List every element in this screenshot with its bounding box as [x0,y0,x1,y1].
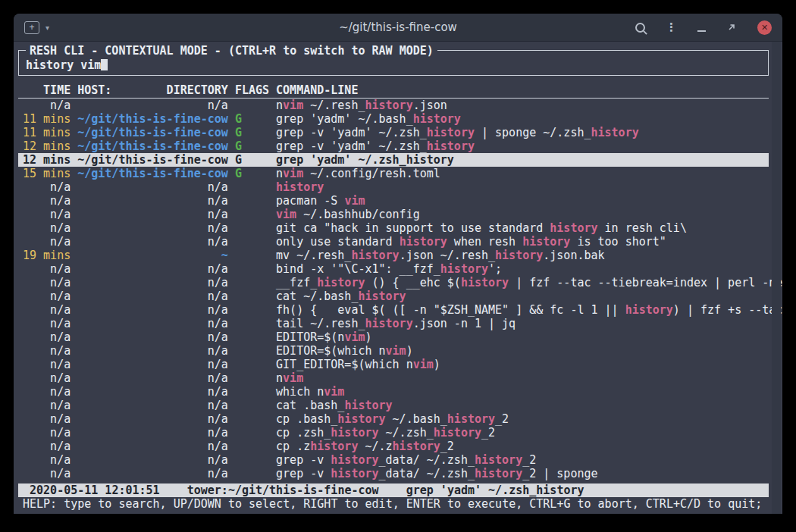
header-flags: FLAGS [235,83,269,97]
command-cell: git ca "hack in support to use standard … [276,221,687,235]
command-cell: __fzf_history () { __ehc $(history | fzf… [276,276,782,289]
history-row[interactable]: n/an/agrep -v history_data/ ~/.zsh_histo… [18,453,769,467]
close-icon[interactable]: ✕ [757,20,772,35]
history-row[interactable]: 15 mins~/git/this-is-fine-cowGnvim ~/.co… [18,167,769,180]
history-row[interactable]: n/an/acp .bash_history ~/.bash_history_2 [18,412,769,426]
history-row[interactable]: n/an/abind -x '"\C-x1": __fzf_history'; [18,262,769,276]
command-cell: grep 'yadm' ~/.bash_history [276,112,461,126]
time-cell: n/a [23,371,71,385]
time-cell: n/a [23,262,71,276]
command-cell: tail ~/.resh_history.json -n 1 | jq [276,317,516,330]
history-row[interactable]: n/an/agit ca "hack in support to use sta… [18,221,769,235]
history-row[interactable]: n/an/ahistory [18,180,769,194]
command-cell: cp .zhistory ~/.zhistory_2 [276,440,454,453]
history-row[interactable]: n/an/anvim ~/.resh_history.json [18,99,769,112]
host-directory-cell: n/a [77,317,228,330]
history-row[interactable]: n/an/atail ~/.resh_history.json -n 1 | j… [18,317,769,330]
history-row[interactable]: n/an/aEDITOR=$(which nvim) [18,344,769,358]
command-cell: nvim [276,371,303,385]
history-row[interactable]: n/an/aEDITOR=$(nvim) [18,330,769,344]
history-row[interactable]: n/an/awhich nvim [18,385,769,399]
history-row[interactable]: n/an/anvim [18,371,769,385]
time-cell: n/a [23,412,71,426]
time-cell: n/a [23,385,71,399]
time-cell: n/a [23,467,71,480]
host-directory-cell: ~/git/this-is-fine-cow [77,153,228,167]
history-row[interactable]: 12 mins~/git/this-is-fine-cowGgrep 'yadm… [18,153,769,167]
search-input[interactable]: history vim [26,58,761,72]
history-row[interactable]: n/an/acat .bash_history [18,399,769,412]
time-cell: n/a [23,358,71,371]
history-row[interactable]: n/an/acat ~/.bash_history [18,289,769,303]
history-row[interactable]: 19 mins~mv ~/.resh_history.json ~/.resh_… [18,249,769,262]
history-row[interactable]: n/an/a__fzf_history () { __ehc $(history… [18,276,769,289]
search-icon[interactable] [635,23,645,33]
status-bar: 2020-05-11 12:01:51tower:~/git/this-is-f… [18,483,769,497]
history-row[interactable]: n/an/apacman -S vim [18,194,769,208]
flags-cell: G [235,139,269,153]
time-cell: n/a [23,330,71,344]
time-cell: n/a [23,180,71,194]
status-datetime: 2020-05-11 12:01:51 [30,483,160,497]
command-cell: grep -v 'yadm' ~/.zsh_history [276,139,475,153]
new-tab-button[interactable]: + [24,21,39,34]
menu-icon[interactable]: ⋮ [666,22,677,33]
time-cell: n/a [23,440,71,453]
command-cell: grep -v 'yadm' ~/.zsh_history | sponge ~… [276,126,639,139]
command-cell: nvim ~/.resh_history.json [276,99,447,112]
history-row[interactable]: n/an/acp .zhistory ~/.zhistory_2 [18,440,769,453]
command-cell: cat .bash_history [276,399,393,412]
text-cursor [101,59,108,70]
time-cell: n/a [23,344,71,358]
host-directory-cell: n/a [77,99,228,112]
history-row[interactable]: n/an/afh() { eval $( ([ -n "$ZSH_NAME" ]… [18,303,769,317]
restore-icon[interactable] [726,22,737,33]
host-directory-cell: n/a [77,289,228,303]
command-cell: GIT_EDITOR=$(which nvim) [276,358,440,371]
host-directory-cell: n/a [77,262,228,276]
command-cell: grep 'yadm' ~/.zsh_history [276,153,454,167]
time-cell: n/a [23,426,71,440]
header-host: HOST: [77,83,111,97]
host-directory-cell: ~/git/this-is-fine-cow [77,126,228,139]
time-cell: 12 mins [23,139,71,153]
host-directory-cell: n/a [77,180,228,194]
window-title: ~/git/this-is-fine-cow [105,20,691,34]
host-directory-cell: n/a [77,358,228,371]
history-row[interactable]: 11 mins~/git/this-is-fine-cowGgrep -v 'y… [18,126,769,139]
command-cell: only use standard history when resh hist… [276,235,666,249]
time-cell: n/a [23,317,71,330]
host-directory-cell: n/a [77,412,228,426]
status-command: grep 'yadm' ~/.zsh_history [406,483,584,497]
host-directory-cell: n/a [77,303,228,317]
history-row[interactable]: 12 mins~/git/this-is-fine-cowGgrep -v 'y… [18,139,769,153]
history-row[interactable]: n/an/acp .zsh_history ~/.zsh_history_2 [18,426,769,440]
command-cell: cat ~/.bash_history [276,289,406,303]
host-directory-cell: ~/git/this-is-fine-cow [77,167,228,180]
history-row[interactable]: n/an/aGIT_EDITOR=$(which nvim) [18,358,769,371]
host-directory-cell: n/a [77,330,228,344]
time-cell: n/a [23,194,71,208]
command-cell: bind -x '"\C-x1": __fzf_history'; [276,262,502,276]
time-cell: n/a [23,221,71,235]
host-directory-cell: n/a [77,194,228,208]
minimize-icon[interactable] [697,30,706,32]
history-row[interactable]: n/an/aonly use standard history when res… [18,235,769,249]
flags-cell: G [235,112,269,126]
command-cell: pacman -S vim [276,194,365,208]
history-row[interactable]: 11 mins~/git/this-is-fine-cowGgrep 'yadm… [18,112,769,126]
chevron-down-icon[interactable]: ▾ [45,23,49,32]
scrollbar[interactable] [772,42,781,514]
history-row[interactable]: n/an/agrep -v history_data/ ~/.zsh_histo… [18,467,769,480]
host-directory-cell: n/a [77,344,228,358]
history-row[interactable]: n/an/avim ~/.bashhub/config [18,208,769,221]
table-header: TIMEHOST:DIRECTORYFLAGSCOMMAND-LINE [18,83,769,99]
host-directory-cell: ~/git/this-is-fine-cow [77,139,228,153]
time-cell: n/a [23,289,71,303]
history-table: n/an/anvim ~/.resh_history.json11 mins~/… [18,99,769,480]
flags-cell: G [235,126,269,139]
time-cell: 19 mins [23,249,71,262]
host-directory-cell: n/a [77,221,228,235]
titlebar[interactable]: + ▾ ~/git/this-is-fine-cow ⋮ ✕ [14,14,782,42]
terminal-content: RESH CLI - CONTEXTUAL MODE - (CTRL+R to … [14,42,782,514]
